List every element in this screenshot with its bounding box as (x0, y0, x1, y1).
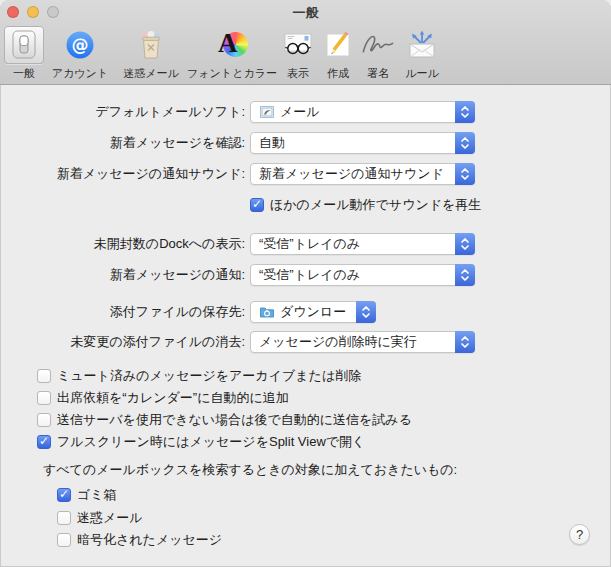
popup-chevrons-icon (356, 301, 376, 323)
window-title: 一般 (0, 4, 611, 22)
attachment-erase-popup[interactable]: メッセージの削除時に実行 (250, 331, 475, 353)
new-message-sound-row: 新着メッセージの通知サウンド: 新着メッセージの通知サウンド (0, 163, 611, 185)
play-sound-checkbox-row[interactable]: ほかのメール動作でサウンドを再生 (250, 197, 481, 213)
check-new-messages-popup[interactable]: 自動 (250, 132, 475, 154)
popup-value: “受信”トレイのみ (259, 266, 360, 284)
toolbar-item-fonts-colors[interactable]: A フォントとカラー (186, 26, 278, 81)
checkbox-label: 送信サーバを使用できない場合は後で自動的に送信を試みる (57, 411, 412, 429)
help-button[interactable]: ? (569, 524, 590, 545)
row-label: 未変更の添付ファイルの消去: (0, 333, 245, 351)
toolbar-item-viewing[interactable]: 表示 (278, 26, 318, 81)
popup-chevrons-icon (455, 233, 475, 255)
mute-archive-checkbox[interactable] (37, 369, 51, 383)
row-label: 未開封数のDockへの表示: (0, 235, 245, 253)
popup-value: メール (280, 103, 320, 121)
popup-value: ダウンロード (280, 303, 349, 321)
new-message-sound-popup[interactable]: 新着メッセージの通知サウンド (250, 163, 475, 185)
popup-chevrons-icon (455, 331, 475, 353)
popup-value: 新着メッセージの通知サウンド (259, 165, 444, 183)
toolbar-item-label: 作成 (327, 66, 349, 81)
toolbar-item-accounts[interactable]: @ アカウント (44, 26, 116, 81)
row-label: 添付ファイルの保存先: (0, 303, 245, 321)
checkbox-label: 出席依頼を“カレンダー”に自動的に追加 (57, 389, 289, 407)
encrypted-checkbox[interactable] (57, 533, 71, 547)
rules-envelope-icon (402, 26, 442, 64)
svg-text:@: @ (72, 35, 89, 55)
trash-checkbox-row[interactable]: ゴミ箱 (57, 487, 117, 503)
popup-chevrons-icon (455, 163, 475, 185)
row-label: 新着メッセージの通知サウンド: (0, 165, 245, 183)
toolbar-item-label: ルール (405, 66, 439, 81)
titlebar: 一般 (0, 0, 611, 22)
junk-checkbox[interactable] (57, 511, 71, 525)
calendar-invites-checkbox-row[interactable]: 出席依頼を“カレンダー”に自動的に追加 (37, 390, 289, 406)
toolbar-item-general[interactable]: 一般 (4, 26, 44, 81)
toolbar-item-junk[interactable]: 迷惑メール (116, 26, 186, 81)
help-button-label: ? (576, 527, 583, 542)
search-scope-heading: すべてのメールボックスを検索するときの対象に加えておきたいもの: (43, 461, 457, 479)
attachment-save-popup[interactable]: ダウンロード (250, 301, 376, 323)
default-mail-row: デフォルトメールソフト: メール (0, 101, 611, 123)
attachment-save-row: 添付ファイルの保存先: ダウンロード (0, 301, 611, 323)
calendar-invites-checkbox[interactable] (37, 391, 51, 405)
split-view-checkbox[interactable] (37, 435, 51, 449)
mail-app-icon (259, 104, 275, 120)
checkbox-label: フルスクリーン時にはメッセージをSplit Viewで開く (57, 433, 365, 451)
popup-chevrons-icon (455, 264, 475, 286)
toolbar-item-label: 署名 (367, 66, 389, 81)
split-view-checkbox-row[interactable]: フルスクリーン時にはメッセージをSplit Viewで開く (37, 434, 365, 450)
checkbox-label: 迷惑メール (77, 509, 143, 527)
row-label: デフォルトメールソフト: (0, 103, 245, 121)
general-switch-icon (4, 26, 44, 64)
viewing-glasses-icon (278, 26, 318, 64)
popup-value: メッセージの削除時に実行 (259, 333, 417, 351)
default-mail-popup[interactable]: メール (250, 101, 475, 123)
preferences-toolbar: 一般 @ アカウント (4, 26, 446, 81)
toolbar-item-rules[interactable]: ルール (398, 26, 446, 81)
trash-checkbox[interactable] (57, 488, 71, 502)
checkbox-label: ミュート済みのメッセージをアーカイブまたは削除 (57, 367, 361, 385)
toolbar-item-label: アカウント (52, 66, 108, 81)
window-header: 一般 一般 @ (0, 0, 611, 85)
mute-archive-checkbox-row[interactable]: ミュート済みのメッセージをアーカイブまたは削除 (37, 368, 361, 384)
checkbox-label: 暗号化されたメッセージ (77, 531, 222, 549)
popup-chevrons-icon (455, 101, 475, 123)
toolbar-item-label: 迷惑メール (123, 66, 179, 81)
junk-trash-icon (131, 26, 171, 64)
attachment-erase-row: 未変更の添付ファイルの消去: メッセージの削除時に実行 (0, 331, 611, 353)
fonts-colors-icon: A (212, 26, 252, 64)
row-label: 新着メッセージの通知: (0, 266, 245, 284)
checkbox-label: ほかのメール動作でサウンドを再生 (270, 196, 481, 214)
signature-icon (358, 26, 398, 64)
encrypted-checkbox-row[interactable]: 暗号化されたメッセージ (57, 532, 222, 548)
toolbar-item-label: 表示 (287, 66, 309, 81)
retry-send-checkbox[interactable] (37, 413, 51, 427)
popup-chevrons-icon (455, 132, 475, 154)
composing-pencil-icon (318, 26, 358, 64)
new-message-notification-popup[interactable]: “受信”トレイのみ (250, 264, 475, 286)
popup-value: “受信”トレイのみ (259, 235, 360, 253)
row-label: 新着メッセージを確認: (0, 134, 245, 152)
play-sound-checkbox[interactable] (250, 198, 264, 212)
check-new-messages-row: 新着メッセージを確認: 自動 (0, 132, 611, 154)
checkbox-label: ゴミ箱 (77, 486, 117, 504)
popup-value: 自動 (259, 134, 285, 152)
toolbar-item-composing[interactable]: 作成 (318, 26, 358, 81)
toolbar-item-label: フォントとカラー (187, 66, 277, 81)
toolbar-item-label: 一般 (13, 66, 35, 81)
new-message-notification-row: 新着メッセージの通知: “受信”トレイのみ (0, 264, 611, 286)
download-folder-icon (259, 304, 275, 320)
preferences-window: 一般 一般 @ (0, 0, 611, 567)
retry-send-checkbox-row[interactable]: 送信サーバを使用できない場合は後で自動的に送信を試みる (37, 412, 412, 428)
accounts-at-icon: @ (60, 26, 100, 64)
junk-checkbox-row[interactable]: 迷惑メール (57, 510, 143, 526)
dock-unread-popup[interactable]: “受信”トレイのみ (250, 233, 475, 255)
dock-unread-row: 未開封数のDockへの表示: “受信”トレイのみ (0, 233, 611, 255)
toolbar-item-signature[interactable]: 署名 (358, 26, 398, 81)
